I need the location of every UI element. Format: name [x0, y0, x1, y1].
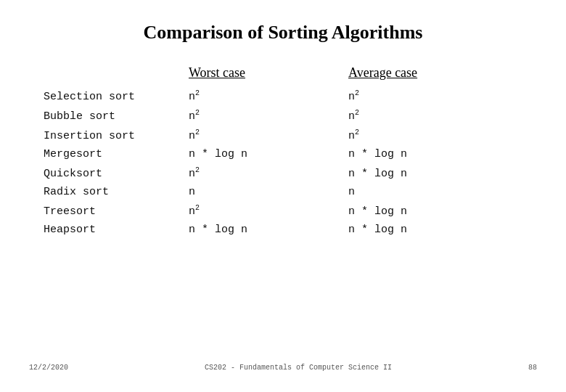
- footer-page: 88: [528, 364, 537, 372]
- worst-case-value: n2: [189, 128, 348, 142]
- algo-name: Selection sort: [44, 91, 189, 103]
- table-body: Selection sort n2 n2 Bubble sort n2 n2 I…: [44, 89, 537, 236]
- table-row: Bubble sort n2 n2: [44, 109, 537, 123]
- table-row: Radix sort n n: [44, 186, 537, 198]
- algo-name: Quicksort: [44, 168, 189, 180]
- table-row: Selection sort n2 n2: [44, 89, 537, 103]
- footer-course: CS202 - Fundamentals of Computer Science…: [205, 364, 392, 372]
- avg-case-value: n * log n: [348, 205, 508, 218]
- avg-case-value: n2: [348, 89, 508, 103]
- algo-name: Radix sort: [44, 186, 189, 198]
- avg-case-header: Average case: [348, 65, 508, 81]
- algo-name: Treesort: [44, 205, 189, 218]
- table-row: Insertion sort n2 n2: [44, 128, 537, 142]
- avg-case-value: n2: [348, 128, 508, 142]
- worst-case-value: n2: [189, 109, 348, 123]
- page-title: Comparison of Sorting Algorithms: [29, 22, 537, 44]
- algo-name: Insertion sort: [44, 130, 189, 142]
- algo-name: Heapsort: [44, 224, 189, 236]
- table-row: Heapsort n * log n n * log n: [44, 224, 537, 236]
- page: Comparison of Sorting Algorithms Worst c…: [0, 0, 566, 392]
- table-row: Mergesort n * log n n * log n: [44, 148, 537, 160]
- footer-date: 12/2/2020: [29, 364, 68, 372]
- comparison-table: Worst case Average case Selection sort n…: [29, 65, 537, 358]
- worst-case-header: Worst case: [189, 65, 348, 81]
- avg-case-value: n * log n: [348, 168, 508, 180]
- avg-case-value: n: [348, 186, 508, 198]
- avg-case-value: n2: [348, 109, 508, 123]
- worst-case-value: n2: [189, 166, 348, 180]
- worst-case-value: n2: [189, 89, 348, 103]
- table-row: Quicksort n2 n * log n: [44, 166, 537, 180]
- worst-case-value: n2: [189, 204, 348, 218]
- avg-case-value: n * log n: [348, 148, 508, 160]
- footer: 12/2/2020 CS202 - Fundamentals of Comput…: [29, 358, 537, 377]
- worst-case-value: n * log n: [189, 148, 348, 160]
- worst-case-value: n * log n: [189, 224, 348, 236]
- avg-case-value: n * log n: [348, 224, 508, 236]
- worst-case-value: n: [189, 186, 348, 198]
- table-header-row: Worst case Average case: [189, 65, 537, 81]
- table-row: Treesort n2 n * log n: [44, 204, 537, 218]
- algo-name: Mergesort: [44, 148, 189, 160]
- algo-name: Bubble sort: [44, 110, 189, 123]
